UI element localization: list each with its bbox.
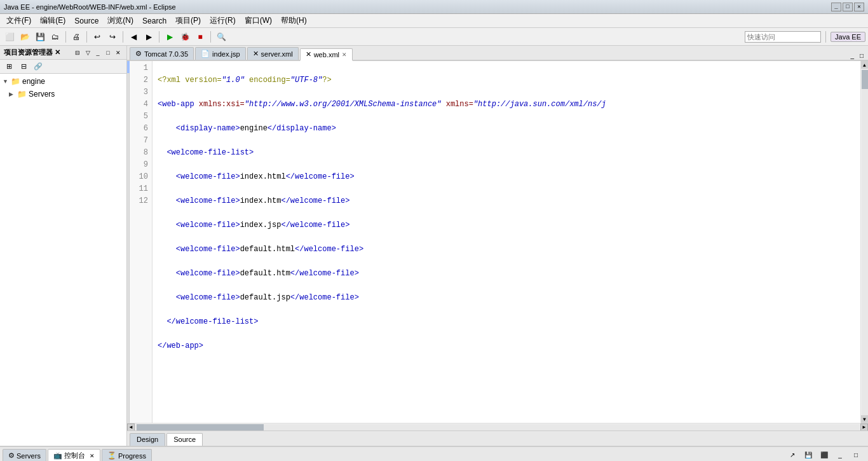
right-panel: ⚙ Tomcat 7.0.35 📄 index.jsp ✕ server.xml…: [127, 46, 868, 446]
tab-server-label: server.xml: [261, 50, 293, 58]
menu-source[interactable]: Source: [71, 15, 102, 27]
tab-server[interactable]: ✕ server.xml: [247, 47, 299, 60]
tree-label-engine: engine: [22, 77, 45, 86]
tab-web[interactable]: ✕ web.xml ✕: [300, 48, 353, 61]
code-line-4: <welcome-file-list>: [158, 147, 855, 159]
new-button[interactable]: ⬜: [3, 30, 17, 44]
save-button[interactable]: 💾: [33, 30, 47, 44]
left-panel-toolbar: ⊞ ⊟ 🔗: [0, 60, 126, 74]
menu-window[interactable]: 窗口(W): [241, 14, 276, 27]
minimize-panel-button[interactable]: _: [93, 48, 102, 57]
bottom-panel: ⚙ Servers 📺 控制台 ✕ ⏳ Progress ↗ 💾 ⬛ _ □ 此…: [0, 446, 868, 461]
tab-web-label: web.xml: [314, 51, 339, 58]
ln-8: 8: [132, 147, 148, 159]
btab-console-icon: 📺: [53, 451, 62, 460]
hscroll-left[interactable]: ◀: [127, 423, 135, 431]
bottom-panel-btn3[interactable]: ⬛: [817, 448, 831, 461]
menu-file[interactable]: 文件(F): [3, 14, 35, 27]
collapse-all-button[interactable]: ⊟: [73, 48, 82, 57]
menu-project[interactable]: 项目(P): [172, 14, 205, 27]
toolbar-sep-5: [210, 31, 211, 43]
btab-progress-label: Progress: [118, 452, 146, 460]
run-button[interactable]: ▶: [163, 30, 177, 44]
toolbar-sep-3: [123, 31, 123, 43]
design-tab-label: Design: [137, 436, 158, 443]
quick-access-input[interactable]: [745, 31, 821, 43]
redo-button[interactable]: ↪: [105, 30, 119, 44]
open-button[interactable]: 📂: [18, 30, 32, 44]
tab-web-close[interactable]: ✕: [342, 52, 347, 58]
close-panel-button[interactable]: ✕: [114, 48, 123, 57]
stop-button[interactable]: ■: [193, 30, 207, 44]
toolbar-right: Java EE: [745, 31, 865, 43]
web-xml-icon: ✕: [306, 50, 311, 58]
ln-1: 1: [132, 62, 148, 74]
toolbar-sep-2: [86, 31, 87, 43]
print-button[interactable]: 🖨: [69, 30, 83, 44]
ln-2: 2: [132, 74, 148, 86]
bottom-panel-btn2[interactable]: 💾: [801, 448, 815, 461]
collapse-tree-button[interactable]: ⊟: [17, 60, 31, 74]
ln-12: 12: [132, 195, 148, 207]
tab-minimize-button[interactable]: _: [848, 52, 856, 60]
back-button[interactable]: ◀: [126, 30, 140, 44]
menu-help[interactable]: 帮助(H): [277, 14, 311, 27]
ln-7: 7: [132, 135, 148, 147]
source-tab[interactable]: Source: [166, 433, 203, 446]
editor-hscroll[interactable]: ◀ ▶: [127, 423, 868, 430]
vscroll-track: [862, 69, 868, 415]
tab-maximize-button[interactable]: □: [858, 52, 865, 60]
minimize-button[interactable]: _: [831, 3, 841, 11]
hscroll-thumb[interactable]: [137, 424, 264, 430]
ln-3: 3: [132, 86, 148, 99]
main-area: 项目资源管理器 ✕ ⊟ ▽ _ □ ✕ ⊞ ⊟ 🔗 ▼ 📁 engine ▶ 📁: [0, 46, 868, 446]
btab-servers[interactable]: ⚙ Servers: [3, 449, 46, 461]
tab-tomcat[interactable]: ⚙ Tomcat 7.0.35: [130, 47, 194, 60]
left-panel: 项目资源管理器 ✕ ⊟ ▽ _ □ ✕ ⊞ ⊟ 🔗 ▼ 📁 engine ▶ 📁: [0, 46, 127, 446]
design-tab[interactable]: Design: [130, 433, 165, 446]
perspective-label[interactable]: Java EE: [831, 32, 865, 42]
toolbar-sep-4: [159, 31, 159, 43]
save-all-button[interactable]: 🗂: [48, 30, 62, 44]
btab-progress[interactable]: ⏳ Progress: [102, 449, 152, 461]
editor-vscroll[interactable]: ▲ ▼: [860, 61, 868, 423]
menu-search[interactable]: Search: [139, 15, 170, 27]
panel-menu-button[interactable]: ▽: [83, 48, 92, 57]
menu-edit[interactable]: 编辑(E): [36, 14, 69, 27]
btab-console-close[interactable]: ✕: [90, 453, 95, 459]
vscroll-thumb[interactable]: [862, 70, 868, 89]
search-tb-button[interactable]: 🔍: [214, 30, 228, 44]
vscroll-up[interactable]: ▲: [861, 61, 869, 69]
expand-all-button[interactable]: ⊞: [2, 60, 16, 74]
btab-progress-icon: ⏳: [107, 451, 116, 460]
menu-run[interactable]: 运行(R): [206, 14, 240, 27]
undo-button[interactable]: ↩: [90, 30, 104, 44]
menu-browse[interactable]: 浏览(N): [104, 14, 137, 27]
maximize-panel-button[interactable]: □: [104, 48, 112, 57]
window-controls[interactable]: _ □ ✕: [831, 3, 864, 11]
tree-item-engine[interactable]: ▼ 📁 engine: [0, 75, 126, 88]
code-area[interactable]: <?xml version="1.0" encoding="UTF-8"?> <…: [153, 61, 860, 423]
bottom-panel-maximize[interactable]: □: [849, 448, 863, 461]
link-editor-button[interactable]: 🔗: [31, 60, 45, 74]
project-explorer-title: 项目资源管理器 ✕: [4, 48, 60, 57]
tree-arrow-engine: ▼: [3, 78, 10, 85]
code-line-6: <welcome-file>index.htm</welcome-file>: [158, 195, 855, 207]
vscroll-down[interactable]: ▼: [861, 415, 869, 423]
debug-button[interactable]: 🐞: [178, 30, 192, 44]
code-line-9: <welcome-file>default.htm</welcome-file>: [158, 268, 855, 280]
tree-item-servers[interactable]: ▶ 📁 Servers: [0, 88, 126, 100]
maximize-button[interactable]: □: [843, 3, 853, 11]
toolbar: ⬜ 📂 💾 🗂 🖨 ↩ ↪ ◀ ▶ ▶ 🐞 ■ 🔍 Java EE: [0, 28, 868, 46]
bottom-panel-btn1[interactable]: ↗: [785, 448, 799, 461]
close-button[interactable]: ✕: [854, 3, 864, 11]
server-xml-icon: ✕: [253, 50, 259, 58]
bottom-panel-minimize[interactable]: _: [833, 448, 847, 461]
btab-console[interactable]: 📺 控制台 ✕: [48, 449, 100, 461]
hscroll-right[interactable]: ▶: [860, 423, 868, 431]
left-panel-header: 项目资源管理器 ✕ ⊟ ▽ _ □ ✕: [0, 46, 126, 60]
forward-button[interactable]: ▶: [142, 30, 156, 44]
tab-index[interactable]: 📄 index.jsp: [195, 47, 245, 60]
ln-4: 4: [132, 99, 148, 111]
tree-label-servers: Servers: [29, 90, 55, 99]
